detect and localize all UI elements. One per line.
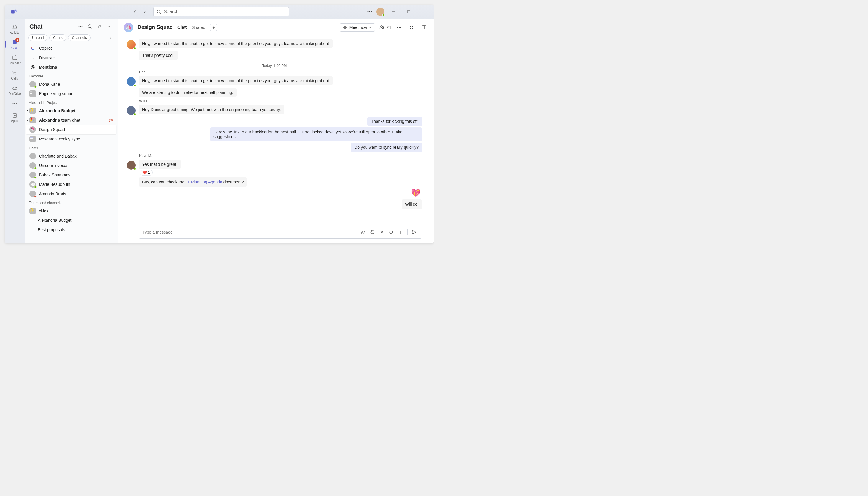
- message-bubble[interactable]: Here's the link to our backlog for the n…: [210, 127, 422, 141]
- loop-button[interactable]: [387, 228, 395, 236]
- rail-activity[interactable]: Activity: [6, 21, 24, 36]
- rail-calls[interactable]: Calls: [6, 67, 24, 82]
- message-item: Hey, I wanted to start this chat to get …: [127, 76, 422, 86]
- message-bubble[interactable]: Will do!: [402, 199, 422, 209]
- sidebar-item-marie[interactable]: MBMarie Beaudouin: [26, 180, 117, 189]
- svg-point-41: [383, 26, 384, 27]
- open-pane-button[interactable]: [420, 23, 428, 32]
- avatar-icon: [29, 172, 36, 178]
- add-tab-button[interactable]: +: [210, 24, 217, 31]
- nav-back-button[interactable]: [131, 7, 139, 16]
- sidebar-item-amanda[interactable]: Amanda Brady: [26, 189, 117, 199]
- emoji-reaction[interactable]: 💖: [411, 188, 420, 198]
- section-teams[interactable]: Teams and channels: [25, 199, 118, 206]
- sidebar-item-label: Discover: [39, 56, 55, 60]
- settings-more-button[interactable]: [365, 7, 374, 16]
- link[interactable]: LT Planning Agenda: [185, 180, 222, 184]
- filter-channels[interactable]: Channels: [68, 34, 91, 41]
- svg-point-49: [373, 231, 373, 232]
- sidebar-item-label: Unicorn invoice: [39, 163, 67, 168]
- message-bubble[interactable]: Hey, I wanted to start this chat to get …: [138, 76, 333, 86]
- sidebar-more-button[interactable]: [76, 22, 85, 31]
- tab-chat[interactable]: Chat: [177, 24, 187, 31]
- message-bubble[interactable]: That's pretty cool!: [138, 51, 178, 60]
- rail-label: Chat: [12, 46, 18, 49]
- people-count-button[interactable]: 24: [379, 25, 391, 30]
- sidebar-item-label: Research weekly sync: [39, 137, 80, 141]
- search-icon: [156, 10, 161, 14]
- compose-more-button[interactable]: [397, 228, 405, 236]
- sidebar-item-unicorn[interactable]: Unicorn invoice: [26, 161, 117, 170]
- gif-button[interactable]: [378, 228, 386, 236]
- svg-rect-34: [30, 137, 33, 139]
- filter-chats[interactable]: Chats: [49, 34, 66, 41]
- sidebar-item-copilot[interactable]: Copilot: [26, 44, 117, 53]
- minimize-button[interactable]: [387, 7, 400, 16]
- channel-icon: 🦄: [29, 126, 36, 133]
- sidebar-item-alex-team[interactable]: 🎉Alexandria team chat@: [26, 115, 117, 125]
- message-bubble[interactable]: Hey, I wanted to start this chat to get …: [138, 39, 333, 48]
- sidebar-item-eng-squad[interactable]: Engineering squad: [26, 89, 117, 98]
- message-bubble[interactable]: Hey Daniela, great timing! We just met w…: [138, 105, 284, 114]
- sidebar-search-button[interactable]: [86, 22, 94, 31]
- rail-onedrive[interactable]: OneDrive: [6, 82, 24, 98]
- mention-icon: @: [109, 118, 113, 123]
- people-count: 24: [386, 25, 391, 30]
- sidebar-item-discover[interactable]: Discover: [26, 53, 117, 62]
- message-list[interactable]: Hey, I wanted to start this chat to get …: [118, 36, 434, 223]
- svg-point-32: [30, 91, 32, 92]
- sidebar-item-babak[interactable]: Babak Shammas: [26, 170, 117, 180]
- sidebar-item-mona[interactable]: Mona Kane: [26, 79, 117, 89]
- message-bubble[interactable]: We are starting to do intake for next ha…: [138, 88, 237, 97]
- rail-apps[interactable]: Apps: [6, 110, 24, 125]
- emoji-button[interactable]: [369, 228, 376, 236]
- sidebar-item-vnext[interactable]: ✨vNext: [26, 206, 117, 216]
- message-bubble[interactable]: Thanks for kicking this off!: [368, 117, 422, 126]
- rail-label: Calls: [11, 77, 18, 80]
- copilot-button[interactable]: [407, 23, 416, 32]
- svg-point-30: [31, 65, 34, 69]
- new-chat-button[interactable]: [95, 22, 104, 31]
- sidebar-item-charlotte-babak[interactable]: Charlotte and Babak: [26, 151, 117, 161]
- sidebar-item-design-squad[interactable]: 🦄Design Squad: [26, 125, 117, 134]
- chat-more-button[interactable]: [395, 23, 403, 32]
- reaction-badge[interactable]: ❤️1: [140, 170, 153, 175]
- message-bubble[interactable]: Btw, can you check the LT Planning Agend…: [138, 177, 248, 187]
- sidebar-item-channel-budget[interactable]: Alexandria Budget: [26, 216, 117, 225]
- avatar-icon: [127, 40, 136, 49]
- send-button[interactable]: [411, 228, 418, 236]
- filter-expand-button[interactable]: [107, 34, 114, 41]
- nav-forward-button[interactable]: [140, 7, 149, 16]
- tab-shared[interactable]: Shared: [191, 24, 206, 31]
- link[interactable]: link: [233, 129, 239, 134]
- compose-box[interactable]: [138, 226, 422, 238]
- message-input[interactable]: [143, 230, 357, 234]
- rail-more-button[interactable]: [6, 98, 24, 110]
- filter-unread[interactable]: Unread: [28, 34, 47, 41]
- message-bubble[interactable]: Yes that'd be great!: [138, 160, 181, 169]
- section-alexandria[interactable]: Alexandria Project: [25, 98, 118, 106]
- format-button[interactable]: [359, 228, 367, 236]
- rail-chat[interactable]: 2 Chat: [6, 36, 24, 52]
- maximize-button[interactable]: [402, 7, 415, 16]
- sidebar-item-research[interactable]: Research weekly sync: [26, 134, 117, 144]
- message-bubble[interactable]: Do you want to sync really quickly?: [351, 142, 422, 152]
- sidebar-item-channel-proposals[interactable]: Best proposals: [26, 225, 117, 234]
- search-placeholder: Search: [164, 9, 179, 14]
- meet-now-button[interactable]: Meet now: [340, 23, 375, 32]
- sidebar-item-alex-budget[interactable]: ✨Alexandria Budget: [26, 106, 117, 115]
- section-favorites[interactable]: Favorites: [25, 72, 118, 79]
- sidebar-item-label: Mentions: [39, 65, 57, 69]
- avatar-icon: [29, 162, 36, 169]
- section-chats[interactable]: Chats: [25, 144, 118, 151]
- chevron-down-icon[interactable]: [105, 22, 113, 31]
- sidebar-item-mentions[interactable]: Mentions: [26, 62, 117, 72]
- rail-calendar[interactable]: Calendar: [6, 52, 24, 67]
- user-avatar[interactable]: [376, 7, 385, 16]
- message-item-self: Will do!: [127, 199, 422, 209]
- svg-point-47: [371, 230, 374, 234]
- avatar-icon: [29, 190, 36, 197]
- search-input[interactable]: Search: [153, 7, 289, 16]
- close-button[interactable]: [418, 7, 431, 16]
- bell-icon: [12, 24, 18, 30]
